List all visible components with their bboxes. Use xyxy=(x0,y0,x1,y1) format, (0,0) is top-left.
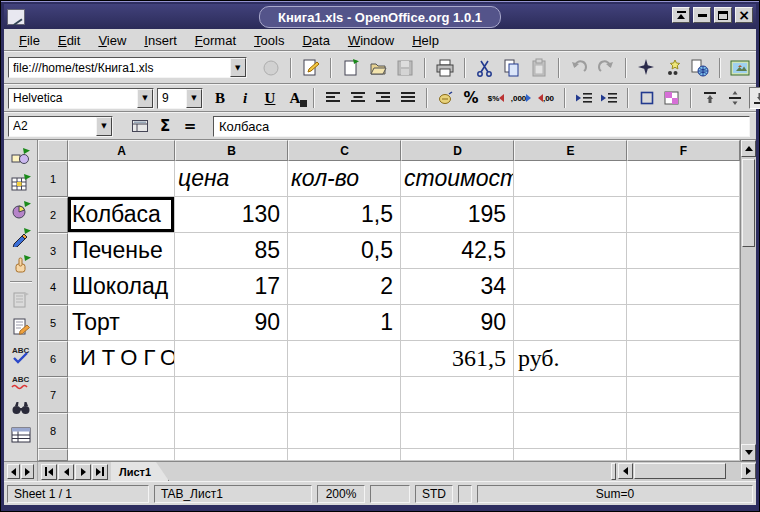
horizontal-scrollbar[interactable] xyxy=(618,462,756,481)
font-size-input[interactable] xyxy=(158,89,186,108)
cell-reference-input[interactable] xyxy=(9,117,96,136)
background-color-button[interactable] xyxy=(661,87,683,109)
cell-F3[interactable] xyxy=(627,233,740,269)
cell-D9[interactable] xyxy=(401,449,514,461)
menu-view[interactable]: View xyxy=(89,30,135,50)
align-center-vertical-button[interactable] xyxy=(724,87,746,109)
cell-B4[interactable]: 17 xyxy=(175,269,288,305)
column-header-D[interactable]: D xyxy=(401,140,514,161)
select-all-corner[interactable] xyxy=(38,140,68,161)
cell-A9[interactable] xyxy=(68,449,175,461)
row-header-5[interactable]: 5 xyxy=(38,305,68,341)
new-document-button[interactable] xyxy=(339,56,363,80)
cell-E9[interactable] xyxy=(514,449,627,461)
paste-button[interactable] xyxy=(527,56,551,80)
increase-indent-button[interactable] xyxy=(598,87,620,109)
cell-A6[interactable]: ИТОГО xyxy=(68,341,175,377)
cell-D6[interactable]: 361,5 xyxy=(401,341,514,377)
column-header-C[interactable]: C xyxy=(288,140,401,161)
scroll-right-button[interactable] xyxy=(741,463,756,479)
column-header-E[interactable]: E xyxy=(514,140,627,161)
cell-D8[interactable] xyxy=(401,413,514,449)
cell-D2[interactable]: 195 xyxy=(401,197,514,233)
row-header-4[interactable]: 4 xyxy=(38,269,68,305)
status-page-style[interactable]: TAB_Лист1 xyxy=(154,485,312,503)
url-dropdown-button[interactable]: ▼ xyxy=(230,58,246,77)
cell-F9[interactable] xyxy=(627,449,740,461)
previous-sheet-button[interactable] xyxy=(58,464,74,480)
status-insert-mode[interactable] xyxy=(370,485,410,503)
align-top-button[interactable] xyxy=(699,87,721,109)
justify-button[interactable] xyxy=(397,87,419,109)
cell-F8[interactable] xyxy=(627,413,740,449)
bold-button[interactable]: B xyxy=(209,87,231,109)
column-header-B[interactable]: B xyxy=(175,140,288,161)
cell-B1[interactable]: цена xyxy=(175,161,288,197)
cell-A4[interactable]: Шоколад xyxy=(68,269,175,305)
cell-B5[interactable]: 90 xyxy=(175,305,288,341)
function-button[interactable]: = xyxy=(179,115,201,137)
cell-E6[interactable]: руб. xyxy=(514,341,627,377)
autoformat-button[interactable] xyxy=(9,315,33,339)
cell-C2[interactable]: 1,5 xyxy=(288,197,401,233)
sheet-tab-list1[interactable]: Лист1 xyxy=(111,462,169,481)
scroll-down-button[interactable] xyxy=(741,444,756,461)
row-header-3[interactable]: 3 xyxy=(38,233,68,269)
horizontal-scroll-thumb[interactable] xyxy=(634,463,726,479)
cell-E1[interactable] xyxy=(514,161,627,197)
toolbar-scroll-right-button[interactable] xyxy=(21,464,34,479)
row-header-2[interactable]: 2 xyxy=(38,197,68,233)
cell-B8[interactable] xyxy=(175,413,288,449)
delete-decimal-button[interactable]: ,00 xyxy=(535,87,557,109)
cell-C9[interactable] xyxy=(288,449,401,461)
row-header-6[interactable]: 6 xyxy=(38,341,68,377)
cell-E2[interactable] xyxy=(514,197,627,233)
insert-special-button[interactable] xyxy=(9,288,33,312)
cell-B9[interactable] xyxy=(175,449,288,461)
insert-cells-button[interactable] xyxy=(9,171,33,195)
cell-F2[interactable] xyxy=(627,197,740,233)
cell-A8[interactable] xyxy=(68,413,175,449)
find-button[interactable] xyxy=(9,396,33,420)
undo-button[interactable] xyxy=(567,56,591,80)
underline-button[interactable]: U xyxy=(259,87,281,109)
cell-A5[interactable]: Торт xyxy=(68,305,175,341)
insert-button[interactable] xyxy=(9,144,33,168)
cell-A3[interactable]: Печенье xyxy=(68,233,175,269)
cell-C8[interactable] xyxy=(288,413,401,449)
tab-scrollbar-splitter[interactable] xyxy=(611,463,616,480)
vertical-scrollbar[interactable] xyxy=(740,140,756,461)
last-sheet-button[interactable] xyxy=(92,464,108,480)
edit-file-button[interactable] xyxy=(299,56,323,80)
cell-B6[interactable] xyxy=(175,341,288,377)
cell-B3[interactable]: 85 xyxy=(175,233,288,269)
first-sheet-button[interactable] xyxy=(41,464,57,480)
menu-format[interactable]: Format xyxy=(186,30,245,50)
draw-functions-button[interactable] xyxy=(9,225,33,249)
cell-B2[interactable]: 130 xyxy=(175,197,288,233)
status-zoom-level[interactable]: 200% xyxy=(317,485,365,503)
maximize-button[interactable] xyxy=(714,7,732,23)
menu-window[interactable]: Window xyxy=(339,30,403,50)
cell-C5[interactable]: 1 xyxy=(288,305,401,341)
cell-D7[interactable] xyxy=(401,377,514,413)
function-wizard-button[interactable] xyxy=(129,115,151,137)
redo-button[interactable] xyxy=(594,56,618,80)
cell-F1[interactable] xyxy=(627,161,740,197)
toolbar-scroll-left-button[interactable] xyxy=(7,464,20,479)
cell-E3[interactable] xyxy=(514,233,627,269)
font-color-button[interactable]: A xyxy=(284,87,306,109)
sum-button[interactable]: Σ xyxy=(154,115,176,137)
cell-D3[interactable]: 42,5 xyxy=(401,233,514,269)
row-header-8[interactable]: 8 xyxy=(38,413,68,449)
menu-edit[interactable]: Edit xyxy=(49,30,89,50)
copy-button[interactable] xyxy=(500,56,524,80)
italic-button[interactable]: i xyxy=(234,87,256,109)
close-button[interactable]: × xyxy=(735,7,753,23)
cut-button[interactable] xyxy=(473,56,497,80)
menu-help[interactable]: Help xyxy=(403,30,448,50)
cell-C7[interactable] xyxy=(288,377,401,413)
cell-A1[interactable] xyxy=(68,161,175,197)
url-input[interactable] xyxy=(9,58,230,77)
cell-F7[interactable] xyxy=(627,377,740,413)
